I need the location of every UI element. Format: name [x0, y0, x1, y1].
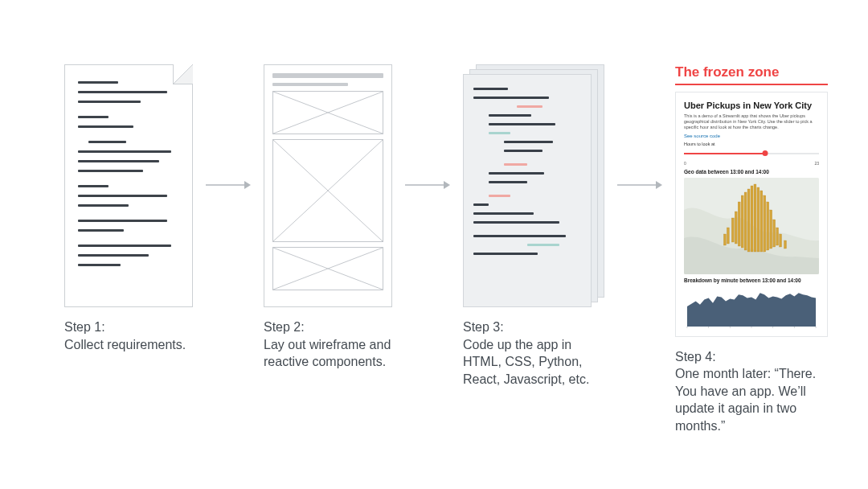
svg-rect-29 [723, 234, 726, 245]
geo-section-label: Geo data between 13:00 and 14:00 [684, 169, 819, 175]
map-visualization [684, 178, 819, 274]
svg-rect-27 [776, 228, 779, 245]
step-2-column: Step 2: Lay out wireframe and reactive c… [264, 64, 392, 371]
wireframe-heading-bar [272, 73, 383, 78]
breakdown-section-label: Breakdown by minute between 13:00 and 14… [684, 277, 819, 283]
svg-rect-15 [738, 202, 740, 246]
svg-rect-18 [747, 189, 750, 252]
step-desc: Collect requirements. [64, 336, 193, 354]
svg-rect-24 [767, 202, 769, 250]
step-4-caption: Step 4: One month later: “There. You hav… [675, 348, 828, 435]
page-fold-icon [173, 65, 192, 84]
code-files-illustration [463, 64, 604, 307]
frozen-zone-headline: The frozen zone [675, 64, 828, 80]
svg-rect-31 [784, 240, 787, 249]
arrow-icon [617, 64, 662, 306]
frozen-zone-underline [675, 84, 828, 85]
step-3-caption: Step 3: Code up the app in HTML, CSS, Py… [463, 318, 604, 388]
svg-rect-25 [770, 210, 772, 249]
wireframe-sub-bar [272, 83, 348, 86]
step-label: Step 2: [264, 318, 392, 336]
svg-marker-1 [244, 181, 251, 189]
svg-rect-23 [764, 195, 766, 252]
app-subtitle: This is a demo of a Streamlit app that s… [684, 113, 819, 130]
svg-rect-28 [727, 228, 729, 244]
svg-rect-16 [741, 195, 743, 248]
breakdown-area-chart [684, 286, 819, 330]
svg-marker-11 [656, 181, 662, 189]
arrow-icon [206, 64, 251, 306]
wireframe-illustration [264, 64, 392, 307]
step-desc: Code up the app in HTML, CSS, Python, Re… [463, 336, 604, 388]
step-2-caption: Step 2: Lay out wireframe and reactive c… [264, 318, 392, 371]
step-3-column: Step 3: Code up the app in HTML, CSS, Py… [463, 64, 604, 388]
step-label: Step 3: [463, 318, 604, 336]
svg-rect-20 [754, 184, 756, 252]
svg-rect-19 [751, 186, 753, 252]
svg-rect-22 [760, 191, 763, 252]
wireframe-box [272, 91, 383, 134]
slider-thumb-icon[interactable] [762, 150, 768, 156]
code-sheet-front [463, 74, 592, 307]
step-label: Step 4: [675, 348, 828, 366]
app-title: Uber Pickups in New York City [684, 101, 819, 110]
step-1-column: Step 1: Collect requirements. [64, 64, 193, 353]
slider-min: 0 [684, 161, 686, 166]
svg-rect-14 [735, 212, 737, 244]
arrow-icon [405, 64, 450, 306]
step-desc: One month later: “There. You have an app… [675, 365, 828, 434]
hour-slider[interactable] [684, 151, 819, 156]
wireframe-box [272, 139, 383, 242]
slider-range: 0 23 [684, 161, 819, 166]
step-desc: Lay out wireframe and reactive component… [264, 336, 392, 371]
slider-max: 23 [814, 161, 819, 166]
svg-rect-21 [757, 187, 760, 252]
text-lines-illustration [65, 65, 192, 290]
svg-marker-9 [444, 181, 450, 189]
app-source-link[interactable]: See source code [684, 134, 819, 138]
hour-slider-label: Hours to look at [684, 142, 819, 147]
requirements-document-illustration [64, 64, 193, 307]
app-preview-card: Uber Pickups in New York City This is a … [675, 92, 828, 337]
svg-rect-30 [780, 234, 782, 247]
step-4-column: The frozen zone Uber Pickups in New York… [675, 64, 828, 435]
step-label: Step 1: [64, 318, 193, 336]
wireframe-box [272, 247, 383, 290]
svg-rect-26 [773, 220, 776, 247]
svg-rect-13 [731, 218, 734, 242]
step-1-caption: Step 1: Collect requirements. [64, 318, 193, 353]
workflow-diagram: Step 1: Collect requirements. Step 2: La… [0, 0, 868, 467]
svg-rect-17 [744, 192, 747, 250]
